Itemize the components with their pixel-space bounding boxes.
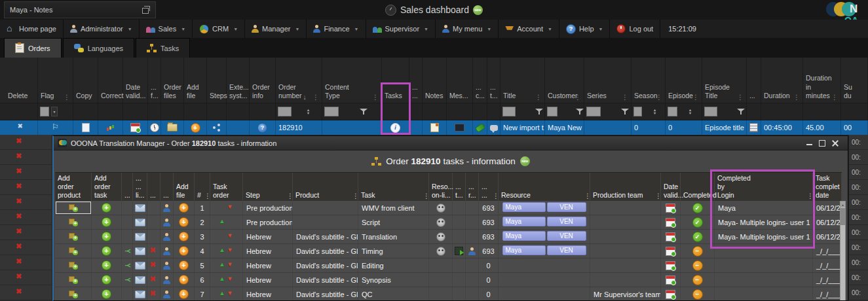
delete-task-button[interactable] (147, 273, 160, 287)
dialog-title-bar[interactable]: OOONA Translation Manager - Order 182910… (54, 136, 848, 150)
column-menu-icon[interactable] (287, 192, 291, 200)
send-mail-button[interactable] (133, 230, 147, 243)
order-row[interactable] (0, 135, 52, 150)
completed-cell[interactable] (681, 244, 715, 258)
add-file-button[interactable] (174, 230, 195, 243)
add-order-task-button[interactable] (92, 215, 122, 229)
order-number-cell[interactable]: 182910 (276, 120, 322, 135)
assign-resource-button[interactable] (160, 201, 174, 215)
split-task-button[interactable] (122, 258, 133, 272)
task-export-cell[interactable] (453, 287, 466, 301)
task-order-cell[interactable] (210, 287, 243, 301)
resource-flag-cell[interactable] (466, 287, 479, 301)
task-row[interactable]: 2 Pre production Script 693 MayaVEN Maya… (55, 215, 842, 230)
task-export-cell[interactable] (453, 230, 466, 243)
add-file-button[interactable] (174, 273, 195, 287)
grid-column-header[interactable]: Duration (761, 58, 803, 103)
delete-task-button[interactable] (147, 244, 160, 258)
episode-cell[interactable]: 0 (666, 120, 702, 135)
clock-cell[interactable] (148, 120, 161, 135)
order-row[interactable] (0, 150, 52, 165)
task-export-cell[interactable] (453, 215, 466, 229)
date-validated-cell[interactable] (661, 258, 681, 272)
tasks-column-header[interactable]: Production team (590, 173, 661, 202)
resource-flag-cell[interactable] (466, 215, 479, 229)
split-task-button[interactable] (122, 215, 133, 229)
resource-cell[interactable]: MayaVEN (499, 244, 590, 258)
move-down-icon[interactable] (227, 248, 234, 255)
menu-log-out[interactable]: Log out (610, 20, 660, 38)
grid-column-header[interactable]: Exte... syst... (227, 58, 250, 103)
date-validated-cell[interactable] (123, 120, 148, 135)
filter-dropdown-icon[interactable] (51, 107, 58, 116)
menu-supervisor[interactable]: Supervisor▼ (366, 20, 436, 38)
filter-funnel-icon[interactable] (360, 108, 368, 115)
scrollbar-up-icon[interactable] (840, 202, 845, 207)
order-row[interactable] (0, 180, 52, 195)
grid-column-header[interactable]: ... ... (409, 58, 423, 103)
assign-resource-button[interactable] (160, 215, 174, 229)
filter-funnel-icon[interactable] (535, 108, 542, 115)
menu-account[interactable]: Account▼ (499, 20, 559, 38)
order-row[interactable] (0, 270, 52, 285)
add-file-button[interactable] (174, 287, 195, 301)
calculate-cell[interactable] (747, 120, 761, 135)
task-order-cell[interactable] (210, 230, 243, 243)
filter-spinner-icon[interactable] (306, 109, 311, 114)
task-row[interactable]: 1 Pre production WMV from client 693 May… (55, 201, 842, 215)
delete-task-button[interactable] (147, 258, 160, 272)
move-up-icon[interactable] (219, 291, 226, 298)
tasks-column-header[interactable]: Task order (210, 173, 243, 202)
tasks-column-header[interactable]: ... (160, 173, 174, 202)
completed-cell[interactable] (681, 273, 715, 287)
resource-flag-cell[interactable] (466, 258, 479, 272)
flag-cell[interactable] (38, 120, 73, 135)
menu-home-page[interactable]: Home page (0, 20, 64, 38)
resource-name-chip[interactable]: Maya (502, 202, 546, 212)
grid-column-header[interactable]: ... c... (473, 58, 487, 103)
menu-my-menu[interactable]: My menu▼ (436, 20, 499, 38)
add-order-product-button[interactable] (55, 258, 92, 272)
add-order-task-button[interactable] (92, 230, 122, 243)
resource-code-chip[interactable]: VEN (547, 202, 586, 212)
tasks-column-header[interactable]: ... (122, 173, 133, 202)
delete-order-icon[interactable] (16, 228, 24, 236)
grid-column-header[interactable]: Correct (98, 58, 123, 103)
delete-order-icon[interactable] (16, 289, 24, 296)
grid-column-header[interactable]: Duration in minutes (803, 58, 841, 103)
filter-input[interactable] (586, 107, 601, 116)
grid-column-header[interactable]: Episode (666, 58, 702, 103)
delete-order-button[interactable] (5, 120, 38, 135)
menu-crm[interactable]: CRM▼ (193, 20, 245, 38)
tab-orders[interactable]: Orders (4, 38, 62, 58)
send-mail-button[interactable] (133, 287, 147, 301)
tasks-column-header[interactable]: # (195, 173, 210, 202)
copy-order-button[interactable] (73, 120, 98, 135)
delete-order-icon[interactable] (16, 213, 24, 221)
grid-column-header[interactable]: ... t... (487, 58, 500, 103)
filter-funnel-icon[interactable] (737, 108, 744, 115)
scrollbar-thumb[interactable] (840, 208, 845, 225)
tasks-grid-scrollbar[interactable] (840, 201, 846, 301)
duration-cell[interactable]: 00:45:00 (761, 120, 803, 135)
add-file-button[interactable] (174, 244, 195, 258)
resource-flag-cell[interactable] (466, 230, 479, 243)
maximize-icon[interactable] (819, 140, 825, 147)
order-row[interactable] (0, 255, 52, 270)
resource-cell[interactable]: MayaVEN (499, 215, 590, 229)
resource-flag-cell[interactable] (466, 244, 479, 258)
tasks-info-button[interactable] (382, 120, 409, 135)
chat-cell[interactable] (487, 120, 500, 135)
column-menu-icon[interactable] (807, 192, 811, 200)
order-row[interactable] (0, 195, 52, 210)
tasks-column-header[interactable]: Add order task (92, 173, 122, 202)
add-order-product-button[interactable] (55, 287, 92, 301)
move-down-icon[interactable] (227, 234, 234, 240)
grid-column-header[interactable]: Delete (5, 58, 38, 103)
add-order-product-button[interactable] (55, 230, 92, 243)
date-validated-cell[interactable] (661, 287, 681, 301)
split-task-button[interactable] (122, 230, 133, 243)
send-mail-button[interactable] (133, 273, 147, 287)
tasks-column-header[interactable]: Completed by Login (715, 173, 813, 202)
resource-code-chip[interactable]: VEN (547, 217, 586, 226)
